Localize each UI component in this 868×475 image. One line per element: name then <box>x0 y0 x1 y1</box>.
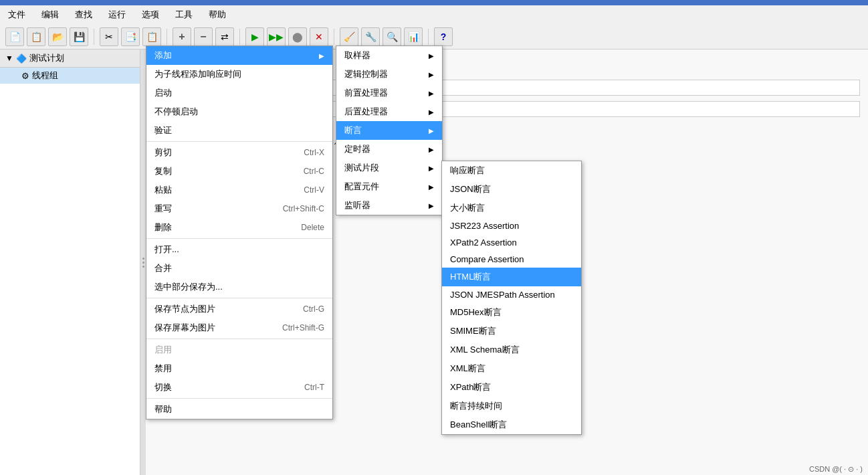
sub2-xpath2-assertion[interactable]: XPath2 Assertion <box>442 234 581 251</box>
ctx-merge[interactable]: 合并 <box>146 259 332 278</box>
splitter-dot2 <box>142 262 144 264</box>
sub2-beanshell-assertion[interactable]: BeanShell断言 <box>442 415 581 434</box>
toolbar-minus[interactable]: − <box>194 27 213 46</box>
toolbar-move[interactable]: ⇄ <box>215 27 234 46</box>
ctx-rewrite[interactable]: 重写 Ctrl+Shift-C <box>146 199 332 218</box>
ctx-cut[interactable]: 剪切 Ctrl-X <box>146 143 332 162</box>
panel-splitter[interactable] <box>140 50 146 475</box>
toolbar-new[interactable]: 📄 <box>5 27 24 46</box>
splitter-dot1 <box>142 258 144 260</box>
toolbar-start-no-pause[interactable]: ▶▶ <box>267 27 286 46</box>
toolbar-start[interactable]: ▶ <box>245 27 264 46</box>
toolbar-save[interactable]: 💾 <box>70 27 88 46</box>
ctx-delete[interactable]: 删除 Delete <box>146 218 332 237</box>
sub1-pre-processor[interactable]: 前置处理器 ▶ <box>336 84 442 102</box>
toolbar-open[interactable]: 📂 <box>48 27 67 46</box>
sep-a <box>146 141 332 142</box>
sep1 <box>94 29 94 45</box>
sub2-size-assertion[interactable]: 大小断言 <box>442 199 581 217</box>
sep4 <box>334 29 334 45</box>
ctx-disable[interactable]: 禁用 <box>146 359 332 378</box>
sub2-xmlschema-assertion[interactable]: XML Schema断言 <box>442 341 581 359</box>
sub2-duration-assertion[interactable]: 断言持续时间 <box>442 397 581 415</box>
sub2-jsr223-assertion[interactable]: JSR223 Assertion <box>442 217 581 234</box>
menu-file[interactable]: 文件 <box>5 7 28 22</box>
sub2-json-assertion[interactable]: JSON断言 <box>442 180 581 199</box>
tree-header: ▼ 🔷 测试计划 <box>0 50 140 68</box>
collapse-icon[interactable]: ▼ <box>5 54 13 63</box>
sub1-sampler[interactable]: 取样器 ▶ <box>336 46 442 65</box>
sep2 <box>167 29 167 45</box>
toolbar-help[interactable]: ? <box>434 27 453 46</box>
ctx-start[interactable]: 启动 <box>146 84 332 102</box>
sep5 <box>428 29 429 45</box>
left-panel: ▼ 🔷 测试计划 ⚙ 线程组 <box>0 50 140 475</box>
sub2-smime-assertion[interactable]: SMIME断言 <box>442 322 581 341</box>
ctx-add-response-time[interactable]: 为子线程添加响应时间 <box>146 65 332 84</box>
splitter-dot3 <box>142 266 144 268</box>
ctx-save-screen-img[interactable]: 保存屏幕为图片 Ctrl+Shift-G <box>146 318 332 337</box>
menu-find[interactable]: 查找 <box>72 7 95 22</box>
ctx-paste[interactable]: 粘贴 Ctrl-V <box>146 181 332 199</box>
toolbar-broom[interactable]: 🧹 <box>340 27 358 46</box>
toolbar-plus[interactable]: + <box>173 27 191 46</box>
ctx-start-no-pause[interactable]: 不停顿启动 <box>146 102 332 121</box>
sub1-assertion[interactable]: 断言 ▶ <box>336 121 442 140</box>
sep-c <box>146 298 332 298</box>
toolbar-paste[interactable]: 📋 <box>142 27 161 46</box>
submenu-assertion: 响应断言 JSON断言 大小断言 JSR223 Assertion XPath2… <box>441 161 582 435</box>
ctx-enable[interactable]: 启用 <box>146 341 332 359</box>
ctx-help[interactable]: 帮助 <box>146 400 332 419</box>
ctx-open[interactable]: 打开... <box>146 240 332 259</box>
thread-label: 线程组 <box>32 70 58 82</box>
submenu-add: 取样器 ▶ 逻辑控制器 ▶ 前置处理器 ▶ 后置处理器 ▶ 断言 ▶ 定时器 ▶… <box>336 45 443 215</box>
sep-d <box>146 339 332 339</box>
toolbar-search[interactable]: 🔍 <box>383 27 401 46</box>
plan-icon: 🔷 <box>16 54 27 64</box>
sub1-timer[interactable]: 定时器 ▶ <box>336 140 442 159</box>
sub1-logic-controller[interactable]: 逻辑控制器 ▶ <box>336 65 442 84</box>
toolbar-stop[interactable]: ⬤ <box>288 27 307 46</box>
toolbar-remote[interactable]: 🔧 <box>361 27 380 46</box>
ctx-save-selected[interactable]: 选中部分保存为... <box>146 278 332 296</box>
app-window: 文件 编辑 查找 运行 选项 工具 帮助 📄 📋 📂 💾 ✂ 📑 📋 + − ⇄… <box>0 0 868 475</box>
ctx-save-node-img[interactable]: 保存节点为图片 Ctrl-G <box>146 300 332 318</box>
sep-e <box>146 398 332 399</box>
ctx-validate[interactable]: 验证 <box>146 121 332 140</box>
sub2-html-assertion[interactable]: HTML断言 <box>442 268 581 286</box>
sub1-config-element[interactable]: 配置元件 ▶ <box>336 177 442 196</box>
sub2-response-assertion[interactable]: 响应断言 <box>442 161 581 180</box>
plan-label: 测试计划 <box>29 52 64 64</box>
menu-tools[interactable]: 工具 <box>173 7 195 22</box>
sub1-test-fragment[interactable]: 测试片段 ▶ <box>336 159 442 177</box>
thread-icon: ⚙ <box>21 71 29 81</box>
thread-group-item[interactable]: ⚙ 线程组 <box>0 68 140 84</box>
menu-bar: 文件 编辑 查找 运行 选项 工具 帮助 <box>0 5 868 24</box>
sep3 <box>239 29 240 45</box>
status-bar: CSDN @( · ⊙ · ) <box>804 464 868 475</box>
toolbar-cut[interactable]: ✂ <box>100 27 118 46</box>
toolbar-log-level[interactable]: 📊 <box>404 27 423 46</box>
menu-help[interactable]: 帮助 <box>206 7 229 22</box>
sub2-xpath-assertion[interactable]: XPath断言 <box>442 378 581 397</box>
ctx-toggle[interactable]: 切换 Ctrl-T <box>146 378 332 397</box>
toolbar-shutdown[interactable]: ✕ <box>310 27 328 46</box>
sub2-md5hex-assertion[interactable]: MD5Hex断言 <box>442 303 581 322</box>
sub2-xml-assertion[interactable]: XML断言 <box>442 359 581 378</box>
sep-b <box>146 238 332 239</box>
menu-options[interactable]: 选项 <box>139 7 162 22</box>
title-bar-top <box>0 0 868 5</box>
ctx-copy[interactable]: 复制 Ctrl-C <box>146 162 332 181</box>
menu-edit[interactable]: 编辑 <box>39 7 62 22</box>
toolbar-copy[interactable]: 📑 <box>121 27 140 46</box>
context-menu: 添加 ▶ 为子线程添加响应时间 启动 不停顿启动 验证 剪切 Ctrl-X 复制… <box>146 45 333 419</box>
sub2-compare-assertion[interactable]: Compare Assertion <box>442 251 581 268</box>
sub1-post-processor[interactable]: 后置处理器 ▶ <box>336 102 442 121</box>
ctx-add[interactable]: 添加 ▶ <box>146 46 332 65</box>
menu-run[interactable]: 运行 <box>106 7 128 22</box>
sub2-jmespath-assertion[interactable]: JSON JMESPath Assertion <box>442 286 581 303</box>
toolbar-templates[interactable]: 📋 <box>27 27 45 46</box>
sub1-listener[interactable]: 监听器 ▶ <box>336 196 442 215</box>
